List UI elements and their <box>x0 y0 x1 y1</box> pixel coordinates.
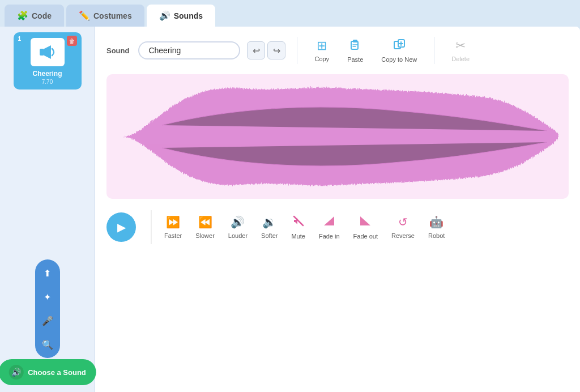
effect-louder[interactable]: 🔊 Louder <box>221 213 254 241</box>
paste-label: Paste <box>347 56 363 63</box>
svg-rect-0 <box>40 49 44 56</box>
tabs-bar: 🧩 Code ✏️ Costumes 🔊 Sounds <box>0 0 580 27</box>
sound-label: Sound <box>106 46 129 55</box>
svg-marker-1 <box>44 45 51 59</box>
effect-fade-out[interactable]: Fade out <box>347 213 385 242</box>
upload-sound-btn[interactable]: ⬆ <box>39 264 57 282</box>
effect-softer[interactable]: 🔉 Softer <box>254 213 284 241</box>
copy-icon: ⊞ <box>317 39 327 53</box>
effect-robot[interactable]: 🤖 Robot <box>421 213 451 241</box>
delete-label: Delete <box>451 56 470 62</box>
faster-icon: ⏩ <box>166 215 180 229</box>
main-area: 1 🗑 Cheering 7.70 ⬆ ✦ 🎤 🔍 🔊 <box>0 27 580 392</box>
slower-icon: ⏪ <box>198 215 212 229</box>
svg-marker-8 <box>360 216 370 225</box>
paste-action[interactable]: Paste <box>342 36 369 65</box>
tab-sounds-label: Sounds <box>174 11 203 20</box>
fade-out-label: Fade out <box>353 233 378 240</box>
svg-marker-7 <box>324 216 334 225</box>
tab-code[interactable]: 🧩 Code <box>5 5 64 27</box>
effect-fade-in[interactable]: Fade in <box>312 213 347 242</box>
mute-icon <box>293 215 304 229</box>
robot-icon: 🤖 <box>429 215 443 229</box>
sounds-icon: 🔊 <box>159 10 170 21</box>
delete-icon: ✂ <box>455 39 466 53</box>
play-button[interactable]: ▶ <box>106 212 136 242</box>
tab-costumes[interactable]: ✏️ Costumes <box>66 5 144 27</box>
sound-thumbnail[interactable]: 1 🗑 Cheering 7.70 <box>14 32 82 90</box>
fade-in-icon <box>323 215 335 229</box>
sidebar-controls: ⬆ ✦ 🎤 🔍 <box>35 259 60 358</box>
delete-action[interactable]: ✂ Delete <box>446 36 475 65</box>
waveform-container <box>106 74 569 199</box>
effect-slower[interactable]: ⏪ Slower <box>189 213 221 241</box>
softer-label: Softer <box>261 232 278 239</box>
toolbar-row: Sound ↩ ↪ ⊞ Copy Paste <box>106 36 569 65</box>
sidebar: 1 🗑 Cheering 7.70 ⬆ ✦ 🎤 🔍 🔊 <box>0 27 95 392</box>
sound-thumb-icon <box>31 38 65 66</box>
robot-label: Robot <box>428 232 445 239</box>
controls-row: ▶ ⏩ Faster ⏪ Slower 🔊 Louder 🔉 Softer <box>106 210 569 244</box>
softer-icon: 🔉 <box>262 215 276 229</box>
choose-sound-label: Choose a Sound <box>28 368 86 377</box>
costumes-icon: ✏️ <box>79 10 90 21</box>
reverse-icon: ↺ <box>398 215 408 229</box>
slower-label: Slower <box>195 232 215 239</box>
copy-action[interactable]: ⊞ Copy <box>309 36 335 65</box>
toolbar-divider-2 <box>434 37 434 64</box>
sound-thumb-name: Cheering <box>32 70 62 78</box>
copy-label: Copy <box>314 56 329 62</box>
waveform-svg <box>117 80 558 193</box>
copy-to-new-icon <box>393 38 406 54</box>
controls-divider <box>151 210 152 244</box>
choose-sound-button[interactable]: 🔊 Choose a Sound <box>0 359 96 385</box>
undo-button[interactable]: ↩ <box>247 41 265 59</box>
fade-in-label: Fade in <box>319 233 340 240</box>
paste-icon <box>349 38 361 54</box>
reverse-label: Reverse <box>391 232 415 239</box>
effect-reverse[interactable]: ↺ Reverse <box>385 213 421 241</box>
copy-to-new-action[interactable]: Copy to New <box>376 36 423 65</box>
sidebar-btn-group: ⬆ ✦ 🎤 🔍 <box>35 259 60 358</box>
sound-number: 1 <box>18 36 22 42</box>
copy-to-new-label: Copy to New <box>381 56 417 63</box>
redo-button[interactable]: ↪ <box>267 41 285 59</box>
louder-icon: 🔊 <box>231 215 245 229</box>
tab-sounds[interactable]: 🔊 Sounds <box>147 5 215 27</box>
faster-label: Faster <box>164 232 182 239</box>
svg-rect-3 <box>353 40 357 42</box>
mute-label: Mute <box>291 233 305 240</box>
code-icon: 🧩 <box>17 10 28 21</box>
louder-label: Louder <box>228 232 248 239</box>
sound-name-input[interactable] <box>138 41 240 59</box>
fade-out-icon <box>359 215 372 229</box>
effect-faster[interactable]: ⏩ Faster <box>157 213 189 241</box>
search-sound-btn[interactable]: 🔍 <box>39 335 57 353</box>
choose-sound-icon: 🔊 <box>8 365 23 380</box>
toolbar-divider <box>297 37 297 64</box>
record-sound-btn[interactable]: 🎤 <box>39 312 57 330</box>
svg-rect-2 <box>351 41 358 49</box>
tab-code-label: Code <box>32 11 52 20</box>
editor-panel: Sound ↩ ↪ ⊞ Copy Paste <box>95 27 580 392</box>
surprise-sound-btn[interactable]: ✦ <box>39 288 57 306</box>
delete-sound-icon[interactable]: 🗑 <box>67 36 77 46</box>
sound-thumb-size: 7.70 <box>42 79 53 85</box>
undo-redo-group: ↩ ↪ <box>247 41 285 59</box>
effect-mute[interactable]: Mute <box>284 213 312 242</box>
tab-costumes-label: Costumes <box>93 11 132 20</box>
